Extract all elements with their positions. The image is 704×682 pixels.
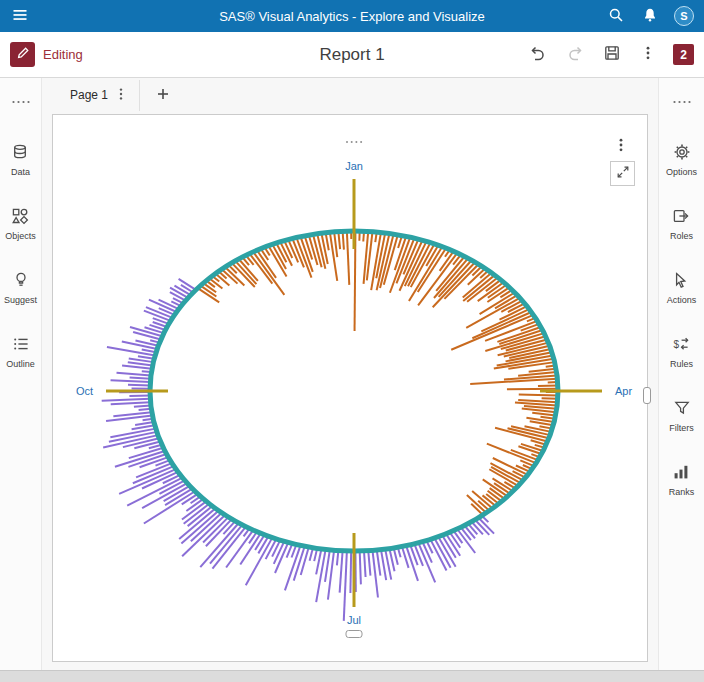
panel-item-rules[interactable]: $ Rules (670, 335, 693, 369)
shapes-icon (11, 207, 29, 227)
database-icon (11, 143, 29, 163)
avatar-initial: S (680, 10, 687, 22)
resize-handle-bottom[interactable] (346, 630, 363, 638)
save-icon (603, 44, 621, 65)
svg-text:Oct: Oct (76, 385, 93, 397)
kebab-icon (640, 45, 656, 64)
report-toolbar: Editing Report 1 2 (0, 32, 704, 78)
tab-page-1[interactable]: Page 1 (58, 80, 140, 111)
workspace: Data Objects Suggest Outline Page 1 (0, 78, 704, 670)
editing-label: Editing (43, 47, 83, 62)
kebab-icon (613, 141, 629, 156)
sidebar-item-label: Objects (5, 231, 36, 241)
object-drag-handle[interactable] (345, 133, 363, 148)
panel-item-roles[interactable]: Roles (670, 207, 693, 241)
sidebar-item-objects[interactable]: Objects (5, 207, 36, 241)
panel-item-label: Rules (670, 359, 693, 369)
notifications-button[interactable] (640, 5, 660, 28)
plus-icon (156, 87, 170, 104)
alert-count-badge[interactable]: 2 (673, 44, 694, 65)
panel-item-label: Roles (670, 231, 693, 241)
report-canvas[interactable]: JanAprJulOct (52, 114, 648, 662)
radial-bar-chart[interactable]: JanAprJulOct (68, 129, 640, 634)
sidebar-item-label: Data (11, 167, 30, 177)
expand-icon (616, 165, 630, 182)
funnel-icon (673, 399, 691, 419)
panel-item-label: Filters (669, 423, 694, 433)
tab-label: Page 1 (70, 88, 108, 102)
gear-icon (673, 143, 691, 163)
svg-text:Apr: Apr (615, 385, 632, 397)
bar-chart-icon (672, 463, 690, 483)
bell-icon (642, 7, 658, 26)
toolbar-menu-button[interactable] (638, 43, 658, 66)
panel-item-ranks[interactable]: Ranks (669, 463, 695, 497)
sidebar-item-label: Outline (6, 359, 35, 369)
svg-text:$: $ (674, 339, 680, 350)
pencil-icon (16, 46, 30, 63)
panel-item-options[interactable]: Options (666, 143, 697, 177)
center-column: Page 1 (42, 78, 658, 670)
lightbulb-icon (12, 271, 30, 291)
resize-handle-right[interactable] (643, 387, 651, 404)
app-title: SAS® Visual Analytics - Explore and Visu… (219, 9, 485, 24)
left-rail-overflow-button[interactable] (7, 90, 35, 113)
svg-text:Jul: Jul (347, 614, 361, 626)
panel-item-label: Options (666, 167, 697, 177)
sidebar-item-label: Suggest (4, 295, 37, 305)
tab-menu-icon[interactable] (115, 87, 127, 104)
roles-icon (672, 207, 690, 227)
bottom-scroll-strip[interactable] (0, 670, 704, 682)
save-button[interactable] (601, 42, 623, 67)
editing-mode-button[interactable] (10, 42, 35, 67)
maximize-object-button[interactable] (610, 161, 635, 186)
cursor-icon (672, 271, 690, 291)
menu-button[interactable] (10, 5, 30, 28)
sidebar-item-data[interactable]: Data (11, 143, 30, 177)
report-title: Report 1 (319, 45, 384, 65)
add-page-button[interactable] (152, 83, 174, 108)
page-tabbar: Page 1 (42, 78, 658, 112)
right-rail: Options Roles Actions $ Rules Filters (658, 78, 704, 670)
undo-button[interactable] (527, 42, 549, 67)
undo-icon (529, 44, 547, 65)
panel-item-label: Actions (667, 295, 697, 305)
search-icon (608, 7, 624, 26)
svg-text:Jan: Jan (345, 160, 363, 172)
sidebar-item-outline[interactable]: Outline (6, 335, 35, 369)
object-menu-button[interactable] (611, 135, 631, 158)
hamburger-icon (12, 7, 28, 26)
right-rail-overflow-button[interactable] (668, 90, 696, 113)
search-button[interactable] (606, 5, 626, 28)
list-icon (12, 335, 30, 355)
redo-icon (566, 44, 584, 65)
rules-icon: $ (672, 335, 690, 355)
redo-button[interactable] (564, 42, 586, 67)
chart-object[interactable]: JanAprJulOct (68, 129, 640, 634)
app-header: SAS® Visual Analytics - Explore and Visu… (0, 0, 704, 32)
user-avatar[interactable]: S (674, 6, 694, 26)
panel-item-label: Ranks (669, 487, 695, 497)
ellipsis-icon (672, 94, 692, 109)
drag-dots-icon (345, 133, 363, 148)
sidebar-item-suggest[interactable]: Suggest (4, 271, 37, 305)
ellipsis-icon (11, 94, 31, 109)
panel-item-actions[interactable]: Actions (667, 271, 697, 305)
left-rail: Data Objects Suggest Outline (0, 78, 42, 670)
panel-item-filters[interactable]: Filters (669, 399, 694, 433)
